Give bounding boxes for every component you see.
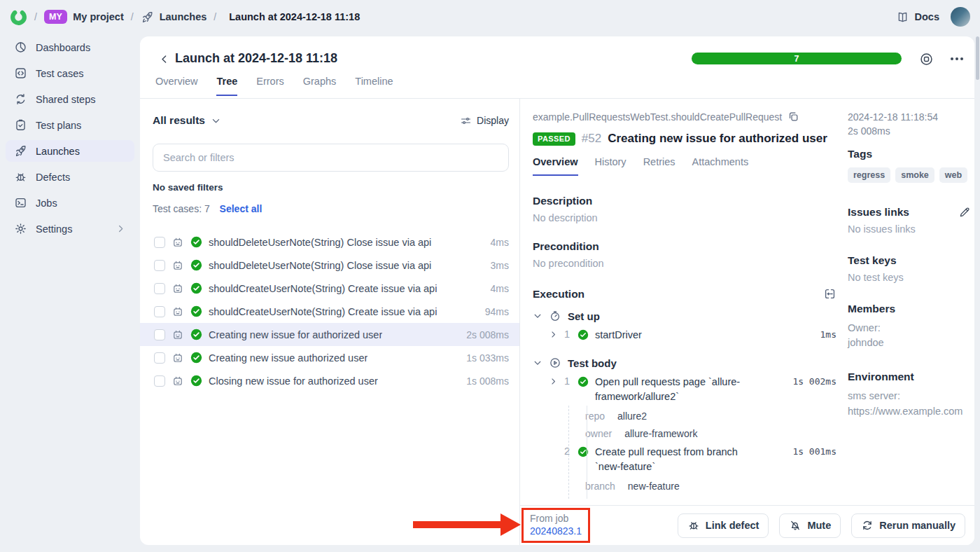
back-button[interactable] xyxy=(158,53,170,65)
chevron-down-icon xyxy=(211,116,221,126)
main-card: Launch at 2024-12-18 11:18 7 Overview Tr… xyxy=(140,36,974,545)
automated-test-icon xyxy=(172,305,184,318)
test-duration: 1s 008ms xyxy=(466,375,509,387)
breadcrumb-launches[interactable]: Launches xyxy=(160,11,207,22)
sidebar-item-test-plans[interactable]: Test plans xyxy=(6,114,134,136)
row-checkbox[interactable] xyxy=(154,352,165,364)
stop-launch-button[interactable] xyxy=(919,52,934,67)
test-keys-empty: No test keys xyxy=(848,272,971,283)
row-checkbox[interactable] xyxy=(154,375,165,387)
test-list: shouldDeleteUserNote(String) Close issue… xyxy=(140,230,519,392)
step-parameter: repo allure2 xyxy=(533,410,836,422)
step-row[interactable]: 1 startDriver 1ms xyxy=(533,328,836,343)
row-checkbox[interactable] xyxy=(154,329,165,340)
sidebar-item-shared-steps[interactable]: Shared steps xyxy=(6,88,134,110)
breadcrumb-project[interactable]: My project xyxy=(73,11,124,22)
launch-progress-bar[interactable]: 7 xyxy=(692,53,902,64)
test-row[interactable]: shouldDeleteUserNote(String) Close issue… xyxy=(140,254,519,277)
sidebar-item-label: Defects xyxy=(36,172,70,183)
user-avatar[interactable] xyxy=(951,7,970,27)
link-defect-button[interactable]: Link defect xyxy=(678,513,769,538)
docs-link[interactable]: Docs xyxy=(896,11,939,24)
tag-chip[interactable]: web xyxy=(939,167,967,183)
launch-tabs: Overview Tree Errors Graphs Timeline xyxy=(155,76,393,96)
project-badge[interactable]: MY xyxy=(44,10,67,24)
tag-chip[interactable]: regress xyxy=(848,167,890,183)
sidebar-item-dashboards[interactable]: Dashboards xyxy=(6,36,134,58)
tag-chip[interactable]: smoke xyxy=(895,167,934,183)
tab-graphs[interactable]: Graphs xyxy=(303,76,337,96)
chevron-right-icon[interactable] xyxy=(549,330,558,339)
bell-slash-icon xyxy=(789,519,802,532)
detail-tab-attachments[interactable]: Attachments xyxy=(692,156,749,176)
detail-tab-overview[interactable]: Overview xyxy=(533,156,578,176)
top-bar: / MY My project / Launches / Launch at 2… xyxy=(0,0,980,34)
tab-tree[interactable]: Tree xyxy=(216,76,237,96)
tab-timeline[interactable]: Timeline xyxy=(355,76,393,96)
test-row-selected[interactable]: Creating new issue for authorized user 2… xyxy=(140,323,519,346)
select-all-link[interactable]: Select all xyxy=(220,203,262,214)
status-badge: PASSED xyxy=(533,132,575,146)
tab-errors[interactable]: Errors xyxy=(256,76,284,96)
rerun-manually-button[interactable]: Rerun manually xyxy=(851,513,965,538)
tab-overview[interactable]: Overview xyxy=(155,76,197,96)
launch-header: Launch at 2024-12-18 11:18 7 Overview Tr… xyxy=(140,36,974,99)
job-link[interactable]: 20240823.1 xyxy=(530,525,582,537)
link-defect-label: Link defect xyxy=(706,520,760,531)
param-key: owner xyxy=(585,428,612,439)
bug-icon xyxy=(14,170,27,184)
test-row[interactable]: shouldCreateUserNote(String) Create issu… xyxy=(140,300,519,323)
test-body-group[interactable]: Test body xyxy=(533,357,836,369)
automated-test-icon xyxy=(172,259,184,272)
sidebar-item-label: Shared steps xyxy=(36,94,95,105)
breadcrumb-separator: / xyxy=(214,11,216,22)
test-row[interactable]: Closing new issue for authorized user 1s… xyxy=(140,369,519,392)
sidebar-item-defects[interactable]: Defects xyxy=(6,166,134,188)
status-passed-icon xyxy=(578,376,589,387)
members-heading: Members xyxy=(848,303,971,315)
annotation-arrow xyxy=(413,521,500,528)
step-row[interactable]: 2 Create pull request from branch `new-f… xyxy=(533,445,836,474)
clipboard-icon xyxy=(14,118,27,132)
status-passed-icon xyxy=(190,352,202,364)
step-number: 1 xyxy=(564,375,571,387)
test-keys-heading: Test keys xyxy=(848,254,971,267)
chevron-down-icon[interactable] xyxy=(533,358,542,368)
compare-executions-icon[interactable] xyxy=(823,287,836,301)
row-checkbox[interactable] xyxy=(154,260,165,271)
display-button[interactable]: Display xyxy=(460,115,509,127)
more-menu-button[interactable] xyxy=(951,57,953,60)
sidebar-item-label: Test cases xyxy=(36,68,84,79)
automated-test-icon xyxy=(172,352,184,364)
allure-logo-icon[interactable] xyxy=(10,8,27,26)
row-checkbox[interactable] xyxy=(154,283,165,294)
sidebar-item-jobs[interactable]: Jobs xyxy=(6,192,134,214)
detail-footer-bar: From job 20240823.1 Link defect Mute Rer… xyxy=(520,505,974,545)
detail-tab-retries[interactable]: Retries xyxy=(643,156,676,176)
test-row[interactable]: shouldDeleteUserNote(String) Close issue… xyxy=(140,230,519,254)
detail-tab-history[interactable]: History xyxy=(595,156,626,176)
setup-group[interactable]: Set up xyxy=(533,310,836,322)
sidebar: Dashboards Test cases Shared steps Test … xyxy=(0,36,140,244)
issues-empty: No issues links xyxy=(848,223,971,235)
chevron-down-icon[interactable] xyxy=(533,311,542,321)
row-checkbox[interactable] xyxy=(154,237,165,248)
copy-icon[interactable] xyxy=(788,111,799,123)
scrollbar-thumb[interactable] xyxy=(976,36,979,80)
test-row[interactable]: Creating new issue authorized user 1s 03… xyxy=(140,346,519,369)
chevron-right-icon[interactable] xyxy=(549,377,558,386)
sidebar-item-test-cases[interactable]: Test cases xyxy=(6,62,134,84)
test-name: shouldCreateUserNote(String) Create issu… xyxy=(209,306,437,317)
row-checkbox[interactable] xyxy=(154,306,165,317)
step-duration: 1ms xyxy=(820,329,836,340)
results-scope-dropdown[interactable]: All results xyxy=(153,114,221,127)
edit-pencil-icon[interactable] xyxy=(958,206,971,219)
test-row[interactable]: shouldCreateUserNote(String) Create issu… xyxy=(140,277,519,300)
sidebar-item-settings[interactable]: Settings xyxy=(6,218,134,240)
mute-label: Mute xyxy=(807,520,831,531)
search-input[interactable] xyxy=(153,144,509,172)
sidebar-item-launches[interactable]: Launches xyxy=(6,140,134,162)
step-row[interactable]: 1 Open pull requests page `allure-framew… xyxy=(533,375,836,404)
test-duration: 2s 008ms xyxy=(466,329,509,340)
mute-button[interactable]: Mute xyxy=(779,513,841,538)
